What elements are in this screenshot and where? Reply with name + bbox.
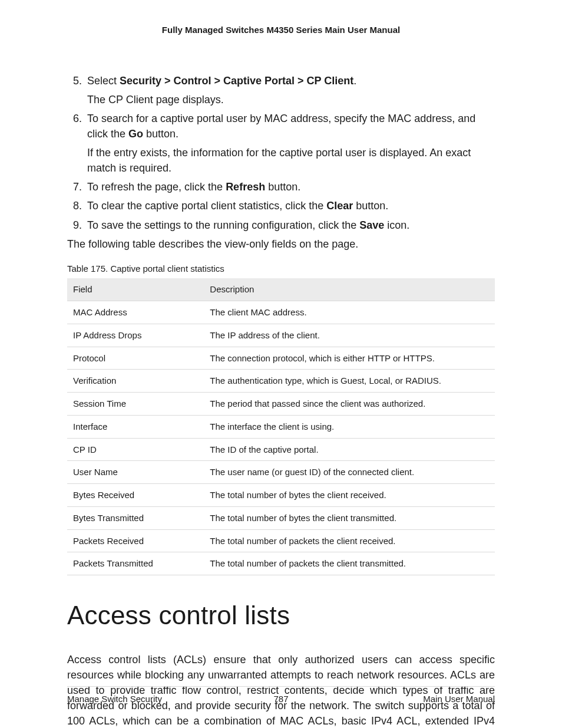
client-stats-table: Field Description MAC AddressThe client … (67, 278, 495, 575)
step-6-b: button. (143, 128, 178, 140)
table-caption: Table 175. Captive portal client statist… (67, 262, 495, 275)
table-row: InterfaceThe interface the client is usi… (67, 415, 495, 438)
cell-desc: The total number of packets the client r… (204, 529, 495, 552)
refresh-button-ref: Refresh (226, 181, 265, 193)
step-6-sub: If the entry exists, the information for… (87, 145, 495, 176)
running-header: Fully Managed Switches M4350 Series Main… (67, 24, 495, 37)
cell-desc: The total number of bytes the client tra… (204, 506, 495, 529)
step-9-b: icon. (384, 219, 409, 231)
cell-desc: The total number of bytes the client rec… (204, 484, 495, 507)
footer-right: Main User Manual (352, 693, 495, 706)
section-title: Access control lists (67, 597, 495, 634)
table-row: Session TimeThe period that passed since… (67, 393, 495, 416)
cell-field: Packets Received (67, 529, 204, 552)
table-header-row: Field Description (67, 278, 495, 301)
cell-field: Interface (67, 415, 204, 438)
step-8-b: button. (353, 200, 388, 212)
step-7: To refresh the page, click the Refresh b… (85, 179, 495, 195)
cell-field: CP ID (67, 438, 204, 461)
step-6: To search for a captive portal user by M… (85, 111, 495, 176)
table-row: User NameThe user name (or guest ID) of … (67, 461, 495, 484)
step-9: To save the settings to the running conf… (85, 218, 495, 233)
step-5-path: Security > Control > Captive Portal > CP… (120, 75, 353, 87)
cell-field: Bytes Received (67, 484, 204, 507)
table-row: Bytes ReceivedThe total number of bytes … (67, 484, 495, 507)
table-row: VerificationThe authentication type, whi… (67, 370, 495, 393)
table-row: CP IDThe ID of the captive portal. (67, 438, 495, 461)
cell-field: Bytes Transmitted (67, 506, 204, 529)
save-icon-ref: Save (359, 219, 384, 231)
cell-desc: The authentication type, which is Guest,… (204, 370, 495, 393)
cell-field: MAC Address (67, 301, 204, 324)
table-row: MAC AddressThe client MAC address. (67, 301, 495, 324)
cell-field: Protocol (67, 347, 204, 370)
step-7-a: To refresh the page, click the (87, 181, 226, 193)
step-9-a: To save the settings to the running conf… (87, 219, 359, 231)
step-5-suffix: . (353, 75, 356, 87)
footer-page-number: 787 (210, 693, 352, 706)
cell-field: IP Address Drops (67, 324, 204, 347)
cell-desc: The IP address of the client. (204, 324, 495, 347)
step-5: Select Security > Control > Captive Port… (85, 73, 495, 107)
cell-field: Packets Transmitted (67, 552, 204, 575)
cell-desc: The client MAC address. (204, 301, 495, 324)
cell-field: User Name (67, 461, 204, 484)
go-button-ref: Go (128, 128, 143, 140)
table-row: Packets ReceivedThe total number of pack… (67, 529, 495, 552)
clear-button-ref: Clear (326, 200, 353, 212)
cell-desc: The connection protocol, which is either… (204, 347, 495, 370)
cell-desc: The user name (or guest ID) of the conne… (204, 461, 495, 484)
step-5-sub: The CP Client page displays. (87, 92, 495, 107)
table-row: ProtocolThe connection protocol, which i… (67, 347, 495, 370)
footer-left: Manage Switch Security (67, 693, 210, 706)
cell-field: Verification (67, 370, 204, 393)
after-steps-para: The following table describes the view-o… (67, 236, 495, 252)
cell-desc: The period that passed since the client … (204, 393, 495, 416)
step-5-prefix: Select (87, 75, 120, 87)
step-8-a: To clear the captive portal client stati… (87, 200, 326, 212)
step-8: To clear the captive portal client stati… (85, 198, 495, 213)
table-row: Bytes TransmittedThe total number of byt… (67, 506, 495, 529)
cell-desc: The interface the client is using. (204, 415, 495, 438)
step-list: Select Security > Control > Captive Port… (67, 73, 495, 233)
cell-field: Session Time (67, 393, 204, 416)
table-row: IP Address DropsThe IP address of the cl… (67, 324, 495, 347)
cell-desc: The ID of the captive portal. (204, 438, 495, 461)
page-footer: Manage Switch Security 787 Main User Man… (67, 686, 495, 706)
col-field: Field (67, 278, 204, 301)
table-row: Packets TransmittedThe total number of p… (67, 552, 495, 575)
step-7-b: button. (265, 181, 300, 193)
col-description: Description (204, 278, 495, 301)
cell-desc: The total number of packets the client t… (204, 552, 495, 575)
